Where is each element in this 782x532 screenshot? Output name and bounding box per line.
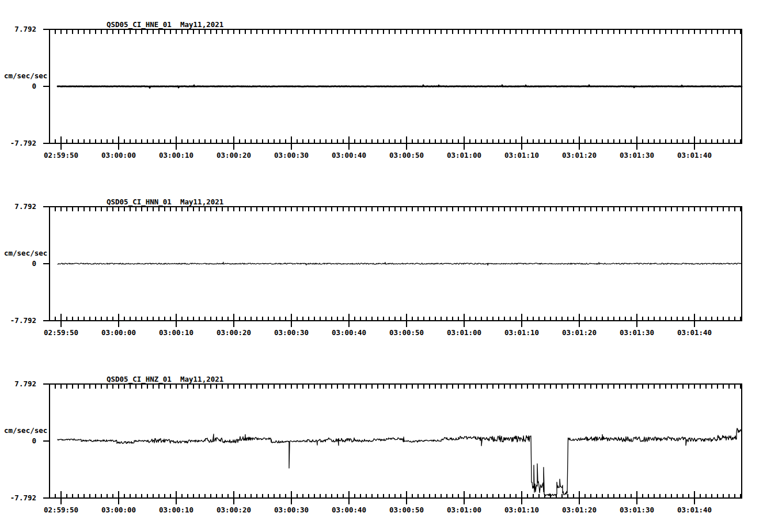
x-tick-label: 03:00:10 <box>159 328 193 337</box>
plot-title-date: May11,2021 <box>180 197 223 206</box>
x-tick-label: 03:01:40 <box>677 506 712 514</box>
x-tick-label: 03:01:20 <box>562 328 597 337</box>
y-tick-label-bottom: -7.792 <box>10 139 36 147</box>
x-tick-label: 03:01:30 <box>620 328 654 337</box>
x-tick-label: 03:00:00 <box>101 328 136 337</box>
panel-hne: QSD05_CI_HNE_01May11,20217.7920-7.792cm/… <box>0 0 782 177</box>
waveform-trace <box>58 262 742 265</box>
y-axis-unit-label: cm/sec/sec <box>4 249 47 257</box>
x-tick-label: 03:00:30 <box>274 151 309 159</box>
y-tick-label-zero: 0 <box>32 82 36 90</box>
x-tick-label: 03:00:40 <box>332 151 366 159</box>
x-tick-label: 03:00:00 <box>101 506 136 514</box>
x-tick-label: 02:59:50 <box>44 151 78 159</box>
x-tick-label: 03:01:10 <box>504 506 539 514</box>
panel-hnz: QSD05_CI_HNZ_01May11,20217.7920-7.792cm/… <box>0 355 782 532</box>
y-tick-label-zero: 0 <box>32 436 36 445</box>
x-tick-label: 03:00:30 <box>274 506 309 514</box>
x-tick-label: 03:00:40 <box>332 506 366 514</box>
seismogram-plot-hnn: QSD05_CI_HNN_01May11,20217.7920-7.792cm/… <box>0 177 782 355</box>
y-axis-unit-label: cm/sec/sec <box>4 71 47 80</box>
plot-title-date: May11,2021 <box>180 375 223 383</box>
x-tick-label: 03:01:30 <box>620 506 654 514</box>
x-tick-label: 03:00:10 <box>159 506 193 514</box>
plot-title-station: QSD05_CI_HNE_01 <box>107 20 172 29</box>
waveform-trace <box>58 85 742 88</box>
x-tick-label: 03:00:20 <box>217 151 251 159</box>
x-tick-label: 03:00:20 <box>217 328 251 337</box>
seismogram-plot-hnz: QSD05_CI_HNZ_01May11,20217.7920-7.792cm/… <box>0 355 782 532</box>
y-tick-label-bottom: -7.792 <box>10 493 36 502</box>
x-tick-label: 03:01:40 <box>677 151 712 159</box>
x-tick-label: 03:00:30 <box>274 328 309 337</box>
x-tick-label: 03:01:00 <box>447 506 481 514</box>
x-tick-label: 03:00:10 <box>159 151 193 159</box>
seismogram-figure: QSD05_CI_HNE_01May11,20217.7920-7.792cm/… <box>0 0 782 532</box>
x-tick-label: 03:01:10 <box>504 151 539 159</box>
y-tick-label-bottom: -7.792 <box>10 316 36 325</box>
plot-title-station: QSD05_CI_HNZ_01 <box>107 375 172 384</box>
x-tick-label: 03:00:40 <box>332 328 366 337</box>
x-tick-label: 02:59:50 <box>44 506 78 514</box>
x-tick-label: 03:00:50 <box>389 328 424 337</box>
x-tick-label: 03:01:00 <box>447 151 481 159</box>
x-tick-label: 03:01:40 <box>677 328 712 337</box>
x-tick-label: 03:00:50 <box>389 151 424 159</box>
y-axis-unit-label: cm/sec/sec <box>4 426 47 435</box>
x-tick-label: 03:01:20 <box>562 506 597 514</box>
y-tick-label-top: 7.792 <box>14 379 36 388</box>
x-tick-label: 03:00:20 <box>217 506 251 514</box>
x-tick-label: 02:59:50 <box>44 328 78 337</box>
x-tick-label: 03:01:00 <box>447 328 481 337</box>
seismogram-plot-hne: QSD05_CI_HNE_01May11,20217.7920-7.792cm/… <box>0 0 782 177</box>
y-tick-label-zero: 0 <box>32 259 36 268</box>
x-tick-label: 03:01:10 <box>504 328 539 337</box>
plot-title-date: May11,2021 <box>180 20 223 29</box>
x-tick-label: 03:01:30 <box>620 151 654 159</box>
x-tick-label: 03:01:20 <box>562 151 597 159</box>
x-tick-label: 03:00:50 <box>389 506 424 514</box>
y-tick-label-top: 7.792 <box>14 202 36 211</box>
y-tick-label-top: 7.792 <box>14 25 36 33</box>
x-tick-label: 03:00:00 <box>101 151 136 159</box>
panel-hnn: QSD05_CI_HNN_01May11,20217.7920-7.792cm/… <box>0 177 782 355</box>
waveform-trace <box>58 428 742 496</box>
plot-title-station: QSD05_CI_HNN_01 <box>107 197 172 207</box>
